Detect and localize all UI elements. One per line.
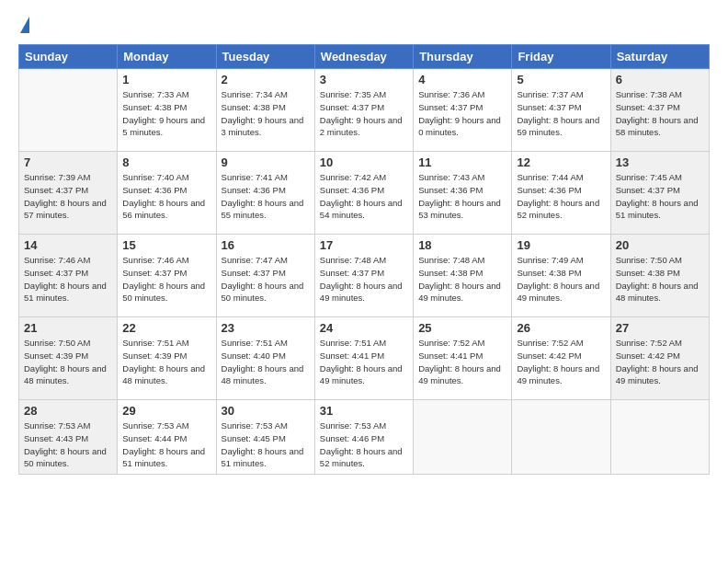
day-cell: 2Sunrise: 7:34 AM Sunset: 4:38 PM Daylig…	[216, 69, 314, 152]
day-cell: 19Sunrise: 7:49 AM Sunset: 4:38 PM Dayli…	[512, 235, 610, 317]
day-number: 1	[122, 73, 210, 86]
day-number: 30	[222, 404, 310, 418]
day-cell: 13Sunrise: 7:45 AM Sunset: 4:37 PM Dayli…	[610, 152, 709, 235]
day-cell: 22Sunrise: 7:51 AM Sunset: 4:39 PM Dayli…	[118, 317, 216, 400]
day-info: Sunrise: 7:39 AM Sunset: 4:37 PM Dayligh…	[24, 171, 112, 222]
week-row-2: 7Sunrise: 7:39 AM Sunset: 4:37 PM Daylig…	[19, 152, 710, 235]
day-info: Sunrise: 7:53 AM Sunset: 4:44 PM Dayligh…	[122, 419, 210, 470]
day-cell: 26Sunrise: 7:52 AM Sunset: 4:42 PM Dayli…	[512, 317, 610, 400]
day-number: 6	[616, 73, 704, 86]
day-number: 2	[222, 73, 310, 86]
day-cell: 3Sunrise: 7:35 AM Sunset: 4:37 PM Daylig…	[314, 69, 413, 152]
day-cell: 5Sunrise: 7:37 AM Sunset: 4:37 PM Daylig…	[512, 69, 610, 152]
day-info: Sunrise: 7:36 AM Sunset: 4:37 PM Dayligh…	[418, 88, 506, 139]
day-number: 21	[24, 321, 112, 335]
day-cell: 7Sunrise: 7:39 AM Sunset: 4:37 PM Daylig…	[19, 152, 118, 235]
day-number: 3	[320, 73, 408, 86]
day-info: Sunrise: 7:42 AM Sunset: 4:36 PM Dayligh…	[320, 171, 408, 222]
day-cell: 21Sunrise: 7:50 AM Sunset: 4:39 PM Dayli…	[19, 317, 118, 400]
logo	[18, 17, 29, 35]
column-header-monday: Monday	[118, 45, 216, 69]
day-info: Sunrise: 7:41 AM Sunset: 4:36 PM Dayligh…	[222, 171, 310, 222]
day-info: Sunrise: 7:49 AM Sunset: 4:38 PM Dayligh…	[517, 254, 605, 304]
day-number: 17	[320, 238, 408, 252]
day-info: Sunrise: 7:46 AM Sunset: 4:37 PM Dayligh…	[122, 254, 210, 304]
day-number: 12	[517, 155, 605, 169]
day-number: 8	[122, 155, 210, 169]
logo-triangle-icon	[20, 17, 29, 33]
day-info: Sunrise: 7:52 AM Sunset: 4:41 PM Dayligh…	[418, 337, 506, 387]
day-number: 14	[24, 238, 112, 252]
day-cell: 8Sunrise: 7:40 AM Sunset: 4:36 PM Daylig…	[118, 152, 216, 235]
day-info: Sunrise: 7:52 AM Sunset: 4:42 PM Dayligh…	[616, 337, 704, 387]
day-number: 25	[418, 321, 506, 335]
day-cell: 28Sunrise: 7:53 AM Sunset: 4:43 PM Dayli…	[19, 400, 118, 475]
day-cell	[19, 69, 118, 152]
day-number: 26	[517, 321, 605, 335]
day-info: Sunrise: 7:46 AM Sunset: 4:37 PM Dayligh…	[24, 254, 112, 304]
day-info: Sunrise: 7:38 AM Sunset: 4:37 PM Dayligh…	[616, 88, 704, 139]
day-cell: 16Sunrise: 7:47 AM Sunset: 4:37 PM Dayli…	[216, 235, 314, 317]
day-cell	[512, 400, 610, 475]
day-info: Sunrise: 7:51 AM Sunset: 4:39 PM Dayligh…	[122, 337, 210, 387]
day-info: Sunrise: 7:44 AM Sunset: 4:36 PM Dayligh…	[517, 171, 605, 222]
day-cell: 24Sunrise: 7:51 AM Sunset: 4:41 PM Dayli…	[314, 317, 413, 400]
day-cell	[610, 400, 709, 475]
day-info: Sunrise: 7:35 AM Sunset: 4:37 PM Dayligh…	[320, 88, 408, 139]
day-number: 28	[24, 404, 112, 418]
day-number: 15	[122, 238, 210, 252]
day-number: 11	[418, 155, 506, 169]
day-cell: 11Sunrise: 7:43 AM Sunset: 4:36 PM Dayli…	[414, 152, 512, 235]
day-info: Sunrise: 7:51 AM Sunset: 4:40 PM Dayligh…	[222, 337, 310, 387]
day-info: Sunrise: 7:53 AM Sunset: 4:43 PM Dayligh…	[24, 419, 112, 470]
day-info: Sunrise: 7:48 AM Sunset: 4:38 PM Dayligh…	[418, 254, 506, 304]
day-number: 10	[320, 155, 408, 169]
column-header-sunday: Sunday	[19, 45, 118, 69]
day-number: 20	[616, 238, 704, 252]
day-info: Sunrise: 7:53 AM Sunset: 4:46 PM Dayligh…	[320, 419, 408, 470]
day-info: Sunrise: 7:34 AM Sunset: 4:38 PM Dayligh…	[222, 88, 310, 139]
day-info: Sunrise: 7:53 AM Sunset: 4:45 PM Dayligh…	[222, 419, 310, 470]
column-header-friday: Friday	[512, 45, 610, 69]
day-cell: 9Sunrise: 7:41 AM Sunset: 4:36 PM Daylig…	[216, 152, 314, 235]
week-row-1: 1Sunrise: 7:33 AM Sunset: 4:38 PM Daylig…	[19, 69, 710, 152]
day-cell: 31Sunrise: 7:53 AM Sunset: 4:46 PM Dayli…	[314, 400, 413, 475]
day-info: Sunrise: 7:52 AM Sunset: 4:42 PM Dayligh…	[517, 337, 605, 387]
day-number: 16	[222, 238, 310, 252]
day-info: Sunrise: 7:45 AM Sunset: 4:37 PM Dayligh…	[616, 171, 704, 222]
day-number: 18	[418, 238, 506, 252]
day-info: Sunrise: 7:47 AM Sunset: 4:37 PM Dayligh…	[222, 254, 310, 304]
header-row: SundayMondayTuesdayWednesdayThursdayFrid…	[19, 45, 710, 69]
day-cell: 14Sunrise: 7:46 AM Sunset: 4:37 PM Dayli…	[19, 235, 118, 317]
week-row-4: 21Sunrise: 7:50 AM Sunset: 4:39 PM Dayli…	[19, 317, 710, 400]
day-number: 4	[418, 73, 506, 86]
day-number: 19	[517, 238, 605, 252]
day-cell: 12Sunrise: 7:44 AM Sunset: 4:36 PM Dayli…	[512, 152, 610, 235]
day-info: Sunrise: 7:48 AM Sunset: 4:37 PM Dayligh…	[320, 254, 408, 304]
day-info: Sunrise: 7:50 AM Sunset: 4:38 PM Dayligh…	[616, 254, 704, 304]
column-header-tuesday: Tuesday	[216, 45, 314, 69]
column-header-thursday: Thursday	[414, 45, 512, 69]
day-cell: 10Sunrise: 7:42 AM Sunset: 4:36 PM Dayli…	[314, 152, 413, 235]
day-number: 13	[616, 155, 704, 169]
day-info: Sunrise: 7:50 AM Sunset: 4:39 PM Dayligh…	[24, 337, 112, 387]
day-number: 29	[122, 404, 210, 418]
day-number: 5	[517, 73, 605, 86]
column-header-saturday: Saturday	[610, 45, 709, 69]
day-info: Sunrise: 7:40 AM Sunset: 4:36 PM Dayligh…	[122, 171, 210, 222]
day-number: 31	[320, 404, 408, 418]
day-info: Sunrise: 7:37 AM Sunset: 4:37 PM Dayligh…	[517, 88, 605, 139]
day-cell: 27Sunrise: 7:52 AM Sunset: 4:42 PM Dayli…	[610, 317, 709, 400]
day-cell: 29Sunrise: 7:53 AM Sunset: 4:44 PM Dayli…	[118, 400, 216, 475]
header	[18, 17, 710, 35]
week-row-5: 28Sunrise: 7:53 AM Sunset: 4:43 PM Dayli…	[19, 400, 710, 475]
column-header-wednesday: Wednesday	[314, 45, 413, 69]
day-cell: 20Sunrise: 7:50 AM Sunset: 4:38 PM Dayli…	[610, 235, 709, 317]
day-cell: 15Sunrise: 7:46 AM Sunset: 4:37 PM Dayli…	[118, 235, 216, 317]
day-number: 23	[222, 321, 310, 335]
day-cell: 23Sunrise: 7:51 AM Sunset: 4:40 PM Dayli…	[216, 317, 314, 400]
day-number: 22	[122, 321, 210, 335]
day-cell: 17Sunrise: 7:48 AM Sunset: 4:37 PM Dayli…	[314, 235, 413, 317]
day-info: Sunrise: 7:33 AM Sunset: 4:38 PM Dayligh…	[122, 88, 210, 139]
day-number: 27	[616, 321, 704, 335]
